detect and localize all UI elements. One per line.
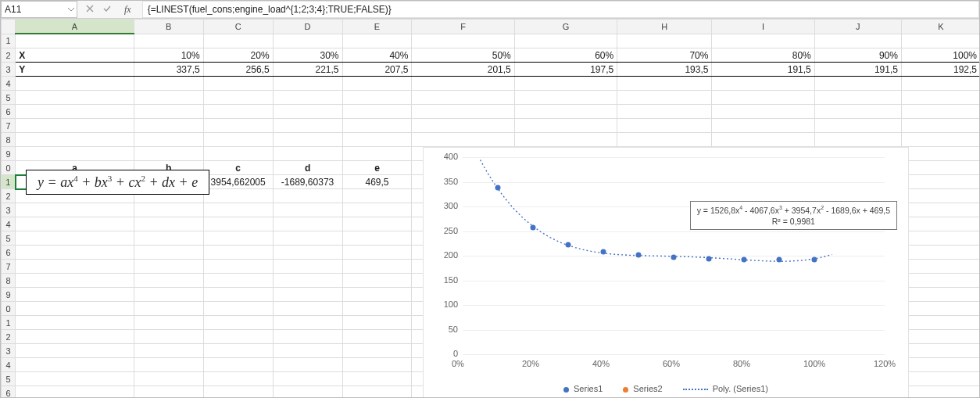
cell[interactable] (273, 147, 342, 161)
cell[interactable]: 191,5 (712, 63, 814, 77)
cell[interactable] (342, 203, 412, 217)
row-header[interactable]: 1 (2, 175, 16, 189)
row-header[interactable]: 7 (2, 260, 16, 274)
cell[interactable] (901, 344, 980, 358)
cell[interactable] (273, 260, 342, 274)
cell[interactable] (617, 77, 712, 91)
cell[interactable] (342, 246, 412, 260)
cell[interactable] (901, 358, 980, 372)
cell[interactable] (273, 231, 342, 246)
cell[interactable] (203, 344, 273, 358)
cell[interactable] (16, 274, 134, 288)
row-header[interactable]: 7 (2, 119, 16, 133)
cell[interactable] (901, 274, 980, 288)
cell[interactable] (16, 119, 134, 133)
cell[interactable] (342, 119, 412, 133)
cell[interactable] (273, 77, 342, 91)
spreadsheet-grid[interactable]: A B C D E F G H I J K 12X10%20%30%40%50%… (1, 19, 979, 398)
cell[interactable] (134, 344, 203, 358)
cell[interactable] (814, 91, 901, 105)
cell[interactable] (342, 133, 412, 147)
cell[interactable] (342, 302, 412, 316)
cell[interactable] (342, 358, 412, 372)
cell[interactable] (342, 217, 412, 231)
col-header[interactable]: I (712, 20, 814, 34)
cell[interactable] (273, 133, 342, 147)
row-header[interactable]: 9 (2, 288, 16, 302)
row-header[interactable]: 0 (2, 302, 16, 316)
cell[interactable] (134, 358, 203, 372)
cell[interactable] (412, 34, 514, 48)
cell[interactable] (16, 105, 134, 119)
row-header[interactable]: 6 (2, 246, 16, 260)
cell[interactable] (712, 133, 814, 147)
row-header[interactable]: 1 (2, 316, 16, 330)
cell[interactable]: 193,5 (617, 63, 712, 77)
cell[interactable]: 40% (342, 48, 412, 63)
cell[interactable] (16, 260, 134, 274)
cell[interactable] (342, 105, 412, 119)
cell[interactable]: 469,5 (342, 175, 412, 189)
col-header[interactable]: E (342, 20, 412, 34)
cell[interactable] (901, 161, 980, 175)
cell[interactable] (134, 231, 203, 246)
cell[interactable] (203, 330, 273, 344)
row-header[interactable]: 8 (2, 274, 16, 288)
cell[interactable] (16, 302, 134, 316)
cell[interactable] (273, 119, 342, 133)
cell[interactable]: 3954,662005 (203, 175, 273, 189)
cell[interactable] (203, 386, 273, 399)
cell[interactable] (203, 231, 273, 246)
cell[interactable] (273, 246, 342, 260)
cell[interactable] (273, 189, 342, 203)
cell[interactable] (16, 91, 134, 105)
cell[interactable] (342, 77, 412, 91)
cell[interactable]: e (342, 161, 412, 175)
row-header[interactable]: 0 (2, 161, 16, 175)
cell[interactable] (901, 119, 980, 133)
cell[interactable] (16, 203, 134, 217)
row-header[interactable]: 2 (2, 189, 16, 203)
cell[interactable]: 207,5 (342, 63, 412, 77)
cell[interactable]: d (273, 161, 342, 175)
cell[interactable] (134, 133, 203, 147)
cell[interactable]: 20% (203, 48, 273, 63)
row-header[interactable]: 4 (2, 358, 16, 372)
row-header[interactable]: 4 (2, 217, 16, 231)
cell[interactable] (203, 203, 273, 217)
cell[interactable] (134, 274, 203, 288)
cell[interactable] (342, 274, 412, 288)
cell[interactable] (412, 133, 514, 147)
cell[interactable] (712, 77, 814, 91)
cell[interactable] (273, 105, 342, 119)
cell[interactable] (901, 34, 980, 48)
cell[interactable] (901, 386, 980, 399)
formula-input[interactable]: {=LINEST(fuel_cons;engine_load^{1;2;3;4}… (142, 1, 979, 18)
cell[interactable] (617, 119, 712, 133)
cell[interactable] (16, 217, 134, 231)
cell[interactable] (901, 288, 980, 302)
cell[interactable] (273, 316, 342, 330)
cell[interactable] (514, 34, 617, 48)
cell[interactable]: 197,5 (514, 63, 617, 77)
cell[interactable]: 90% (814, 48, 901, 63)
cell[interactable] (342, 231, 412, 246)
cell[interactable] (134, 302, 203, 316)
cell[interactable] (814, 77, 901, 91)
cell[interactable] (134, 330, 203, 344)
cell[interactable] (342, 147, 412, 161)
cell[interactable] (273, 358, 342, 372)
cell[interactable] (203, 77, 273, 91)
cell[interactable] (273, 91, 342, 105)
cell[interactable]: 100% (901, 48, 980, 63)
cell[interactable] (342, 372, 412, 386)
cell[interactable] (134, 386, 203, 399)
cell[interactable] (814, 119, 901, 133)
row-header[interactable]: 3 (2, 344, 16, 358)
cell[interactable] (814, 133, 901, 147)
cell[interactable] (712, 34, 814, 48)
row-header[interactable]: 4 (2, 77, 16, 91)
cell[interactable] (203, 274, 273, 288)
cell[interactable] (16, 288, 134, 302)
cell[interactable] (901, 372, 980, 386)
